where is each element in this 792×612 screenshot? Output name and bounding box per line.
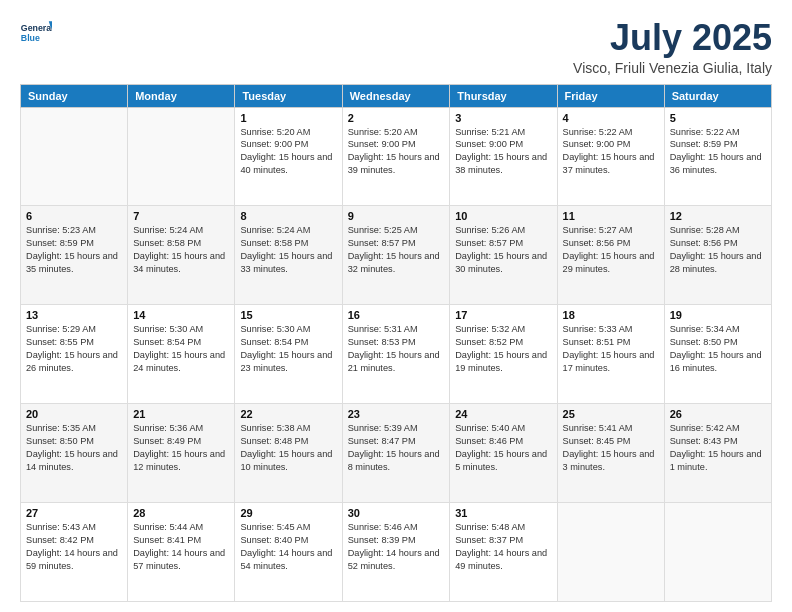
calendar-cell: 20Sunrise: 5:35 AM Sunset: 8:50 PM Dayli… — [21, 404, 128, 503]
calendar-cell: 2Sunrise: 5:20 AM Sunset: 9:00 PM Daylig… — [342, 107, 450, 206]
day-number: 8 — [240, 210, 336, 222]
day-number: 3 — [455, 112, 551, 124]
calendar-cell: 8Sunrise: 5:24 AM Sunset: 8:58 PM Daylig… — [235, 206, 342, 305]
calendar-cell: 21Sunrise: 5:36 AM Sunset: 8:49 PM Dayli… — [128, 404, 235, 503]
day-info: Sunrise: 5:22 AM Sunset: 9:00 PM Dayligh… — [563, 126, 659, 178]
day-number: 18 — [563, 309, 659, 321]
day-info: Sunrise: 5:28 AM Sunset: 8:56 PM Dayligh… — [670, 224, 766, 276]
col-header-tuesday: Tuesday — [235, 84, 342, 107]
day-info: Sunrise: 5:29 AM Sunset: 8:55 PM Dayligh… — [26, 323, 122, 375]
calendar-cell: 25Sunrise: 5:41 AM Sunset: 8:45 PM Dayli… — [557, 404, 664, 503]
calendar-cell — [128, 107, 235, 206]
day-number: 21 — [133, 408, 229, 420]
calendar-cell: 29Sunrise: 5:45 AM Sunset: 8:40 PM Dayli… — [235, 503, 342, 602]
day-info: Sunrise: 5:45 AM Sunset: 8:40 PM Dayligh… — [240, 521, 336, 573]
title-block: July 2025 Visco, Friuli Venezia Giulia, … — [573, 18, 772, 76]
calendar-cell: 14Sunrise: 5:30 AM Sunset: 8:54 PM Dayli… — [128, 305, 235, 404]
day-info: Sunrise: 5:33 AM Sunset: 8:51 PM Dayligh… — [563, 323, 659, 375]
day-info: Sunrise: 5:31 AM Sunset: 8:53 PM Dayligh… — [348, 323, 445, 375]
calendar-cell: 4Sunrise: 5:22 AM Sunset: 9:00 PM Daylig… — [557, 107, 664, 206]
day-number: 24 — [455, 408, 551, 420]
calendar-cell: 26Sunrise: 5:42 AM Sunset: 8:43 PM Dayli… — [664, 404, 771, 503]
day-number: 20 — [26, 408, 122, 420]
day-info: Sunrise: 5:44 AM Sunset: 8:41 PM Dayligh… — [133, 521, 229, 573]
day-info: Sunrise: 5:30 AM Sunset: 8:54 PM Dayligh… — [240, 323, 336, 375]
day-number: 13 — [26, 309, 122, 321]
month-title: July 2025 — [573, 18, 772, 58]
day-number: 31 — [455, 507, 551, 519]
calendar-cell: 30Sunrise: 5:46 AM Sunset: 8:39 PM Dayli… — [342, 503, 450, 602]
day-number: 14 — [133, 309, 229, 321]
calendar-cell: 27Sunrise: 5:43 AM Sunset: 8:42 PM Dayli… — [21, 503, 128, 602]
day-number: 23 — [348, 408, 445, 420]
day-number: 9 — [348, 210, 445, 222]
svg-text:General: General — [21, 23, 52, 33]
calendar-cell: 24Sunrise: 5:40 AM Sunset: 8:46 PM Dayli… — [450, 404, 557, 503]
calendar: SundayMondayTuesdayWednesdayThursdayFrid… — [20, 84, 772, 602]
day-info: Sunrise: 5:46 AM Sunset: 8:39 PM Dayligh… — [348, 521, 445, 573]
day-info: Sunrise: 5:21 AM Sunset: 9:00 PM Dayligh… — [455, 126, 551, 178]
day-number: 30 — [348, 507, 445, 519]
day-info: Sunrise: 5:32 AM Sunset: 8:52 PM Dayligh… — [455, 323, 551, 375]
calendar-cell: 5Sunrise: 5:22 AM Sunset: 8:59 PM Daylig… — [664, 107, 771, 206]
day-number: 19 — [670, 309, 766, 321]
day-number: 1 — [240, 112, 336, 124]
day-number: 4 — [563, 112, 659, 124]
day-number: 7 — [133, 210, 229, 222]
day-info: Sunrise: 5:35 AM Sunset: 8:50 PM Dayligh… — [26, 422, 122, 474]
calendar-cell: 16Sunrise: 5:31 AM Sunset: 8:53 PM Dayli… — [342, 305, 450, 404]
day-number: 27 — [26, 507, 122, 519]
col-header-sunday: Sunday — [21, 84, 128, 107]
calendar-cell: 1Sunrise: 5:20 AM Sunset: 9:00 PM Daylig… — [235, 107, 342, 206]
calendar-cell: 19Sunrise: 5:34 AM Sunset: 8:50 PM Dayli… — [664, 305, 771, 404]
day-info: Sunrise: 5:25 AM Sunset: 8:57 PM Dayligh… — [348, 224, 445, 276]
day-info: Sunrise: 5:20 AM Sunset: 9:00 PM Dayligh… — [348, 126, 445, 178]
calendar-cell: 22Sunrise: 5:38 AM Sunset: 8:48 PM Dayli… — [235, 404, 342, 503]
calendar-cell: 18Sunrise: 5:33 AM Sunset: 8:51 PM Dayli… — [557, 305, 664, 404]
day-number: 11 — [563, 210, 659, 222]
day-number: 28 — [133, 507, 229, 519]
day-info: Sunrise: 5:39 AM Sunset: 8:47 PM Dayligh… — [348, 422, 445, 474]
day-number: 6 — [26, 210, 122, 222]
calendar-cell: 11Sunrise: 5:27 AM Sunset: 8:56 PM Dayli… — [557, 206, 664, 305]
day-number: 12 — [670, 210, 766, 222]
day-number: 5 — [670, 112, 766, 124]
day-info: Sunrise: 5:23 AM Sunset: 8:59 PM Dayligh… — [26, 224, 122, 276]
day-info: Sunrise: 5:26 AM Sunset: 8:57 PM Dayligh… — [455, 224, 551, 276]
col-header-wednesday: Wednesday — [342, 84, 450, 107]
day-info: Sunrise: 5:38 AM Sunset: 8:48 PM Dayligh… — [240, 422, 336, 474]
calendar-cell: 23Sunrise: 5:39 AM Sunset: 8:47 PM Dayli… — [342, 404, 450, 503]
day-number: 16 — [348, 309, 445, 321]
day-number: 15 — [240, 309, 336, 321]
calendar-cell: 12Sunrise: 5:28 AM Sunset: 8:56 PM Dayli… — [664, 206, 771, 305]
calendar-cell: 3Sunrise: 5:21 AM Sunset: 9:00 PM Daylig… — [450, 107, 557, 206]
col-header-monday: Monday — [128, 84, 235, 107]
day-number: 25 — [563, 408, 659, 420]
calendar-cell — [664, 503, 771, 602]
day-info: Sunrise: 5:41 AM Sunset: 8:45 PM Dayligh… — [563, 422, 659, 474]
day-number: 10 — [455, 210, 551, 222]
day-info: Sunrise: 5:42 AM Sunset: 8:43 PM Dayligh… — [670, 422, 766, 474]
calendar-cell: 28Sunrise: 5:44 AM Sunset: 8:41 PM Dayli… — [128, 503, 235, 602]
day-info: Sunrise: 5:30 AM Sunset: 8:54 PM Dayligh… — [133, 323, 229, 375]
day-info: Sunrise: 5:34 AM Sunset: 8:50 PM Dayligh… — [670, 323, 766, 375]
location: Visco, Friuli Venezia Giulia, Italy — [573, 60, 772, 76]
day-info: Sunrise: 5:48 AM Sunset: 8:37 PM Dayligh… — [455, 521, 551, 573]
calendar-cell — [21, 107, 128, 206]
day-info: Sunrise: 5:20 AM Sunset: 9:00 PM Dayligh… — [240, 126, 336, 178]
calendar-cell: 7Sunrise: 5:24 AM Sunset: 8:58 PM Daylig… — [128, 206, 235, 305]
day-info: Sunrise: 5:36 AM Sunset: 8:49 PM Dayligh… — [133, 422, 229, 474]
day-info: Sunrise: 5:43 AM Sunset: 8:42 PM Dayligh… — [26, 521, 122, 573]
col-header-friday: Friday — [557, 84, 664, 107]
svg-text:Blue: Blue — [21, 33, 40, 43]
calendar-cell: 10Sunrise: 5:26 AM Sunset: 8:57 PM Dayli… — [450, 206, 557, 305]
day-info: Sunrise: 5:27 AM Sunset: 8:56 PM Dayligh… — [563, 224, 659, 276]
logo: General Blue — [20, 18, 52, 50]
day-number: 29 — [240, 507, 336, 519]
day-number: 17 — [455, 309, 551, 321]
day-number: 2 — [348, 112, 445, 124]
calendar-cell — [557, 503, 664, 602]
calendar-cell: 31Sunrise: 5:48 AM Sunset: 8:37 PM Dayli… — [450, 503, 557, 602]
calendar-cell: 15Sunrise: 5:30 AM Sunset: 8:54 PM Dayli… — [235, 305, 342, 404]
day-info: Sunrise: 5:24 AM Sunset: 8:58 PM Dayligh… — [133, 224, 229, 276]
